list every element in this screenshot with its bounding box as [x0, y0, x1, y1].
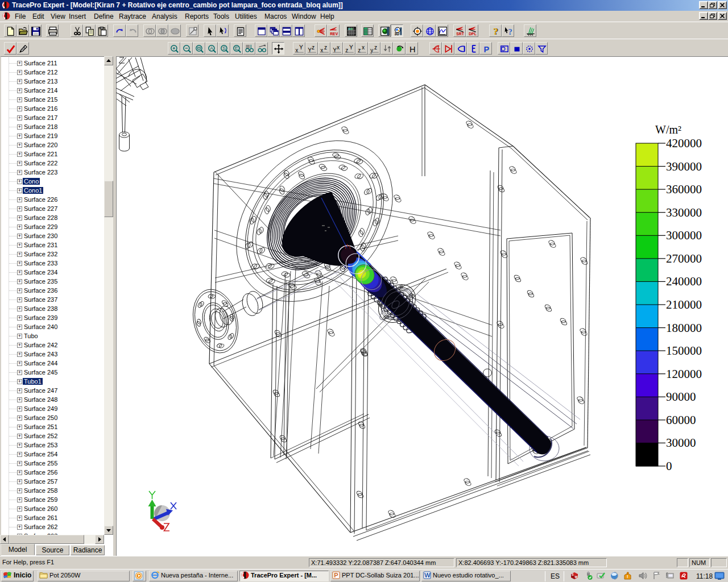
svg-text:?: ?: [508, 27, 512, 36]
svg-text:3D: 3D: [394, 32, 399, 36]
svg-text:0: 0: [666, 459, 672, 473]
svg-text:P: P: [484, 45, 490, 54]
svg-text:60000: 60000: [666, 413, 696, 427]
svg-text:150000: 150000: [666, 344, 702, 357]
svg-text:270000: 270000: [666, 252, 702, 265]
svg-text:z: z: [374, 44, 377, 51]
svg-text:90000: 90000: [666, 390, 696, 404]
svg-text:A: A: [210, 45, 213, 51]
svg-text:W/m²: W/m²: [655, 123, 681, 136]
svg-text:W: W: [424, 572, 431, 579]
svg-text:x: x: [337, 44, 340, 51]
svg-text:W: W: [575, 575, 578, 579]
svg-text:S: S: [572, 573, 574, 576]
svg-text:E: E: [235, 45, 238, 51]
svg-text:P: P: [334, 572, 338, 579]
svg-text:390000: 390000: [666, 160, 702, 173]
svg-text:360000: 360000: [666, 182, 702, 196]
svg-text:210000: 210000: [666, 298, 702, 311]
svg-text:DPL: DPL: [469, 32, 477, 36]
svg-text:420000: 420000: [666, 136, 702, 150]
svg-text:240000: 240000: [666, 275, 702, 288]
svg-text:x: x: [362, 44, 365, 51]
svg-text:Y: Y: [349, 44, 353, 51]
svg-text:SRT: SRT: [456, 32, 464, 36]
svg-text:S: S: [222, 45, 226, 51]
svg-text:300000: 300000: [666, 228, 702, 242]
svg-text:180000: 180000: [666, 321, 702, 335]
svg-text:330000: 330000: [666, 206, 702, 219]
svg-text:z: z: [324, 44, 327, 51]
svg-text:REV: REV: [330, 32, 338, 36]
svg-text:H: H: [410, 45, 416, 54]
svg-text:!: !: [627, 574, 628, 579]
svg-text:120000: 120000: [666, 367, 702, 381]
svg-text:30000: 30000: [666, 436, 696, 450]
svg-text:z: z: [312, 44, 315, 51]
svg-text:Y: Y: [299, 44, 303, 51]
svg-text:?: ?: [493, 26, 498, 36]
